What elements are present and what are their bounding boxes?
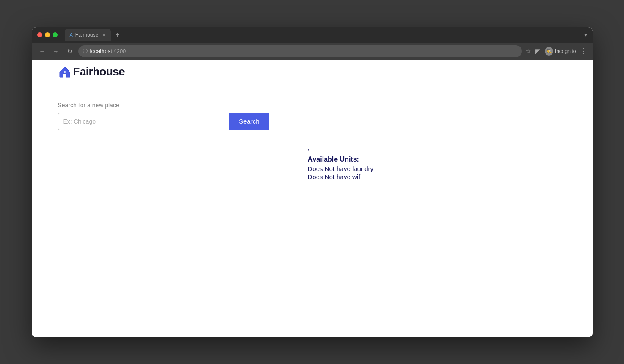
- incognito-label: Incognito: [555, 48, 576, 54]
- address-bar[interactable]: ⓘ localhost:4200: [78, 45, 522, 57]
- tab-bar: A Fairhouse × +: [65, 29, 581, 41]
- minimize-button[interactable]: [45, 32, 50, 37]
- search-label: Search for a new place: [58, 102, 567, 109]
- result-comma: ,: [308, 143, 567, 152]
- traffic-lights: [37, 32, 58, 37]
- window-controls: ▾: [584, 31, 587, 38]
- new-tab-button[interactable]: +: [113, 30, 123, 40]
- maximize-button[interactable]: [53, 32, 58, 37]
- browser-menu-icon[interactable]: ⋮: [580, 47, 587, 55]
- page-content: Fairhouse Search for a new place Search …: [32, 60, 593, 337]
- tab-close-icon[interactable]: ×: [103, 32, 105, 37]
- result-section: , Available Units: Does Not have laundry…: [308, 143, 567, 180]
- no-wifi-text: Does Not have wifi: [308, 173, 567, 180]
- back-button[interactable]: ←: [37, 46, 47, 56]
- bookmark-icon[interactable]: ☆: [525, 47, 531, 55]
- available-units-label: Available Units:: [308, 156, 567, 163]
- app-logo: Fairhouse: [58, 65, 125, 79]
- browser-titlebar: A Fairhouse × + ▾: [32, 27, 593, 43]
- main-content: Search for a new place Search , Availabl…: [32, 84, 593, 199]
- forward-button[interactable]: →: [51, 46, 61, 56]
- svg-rect-1: [64, 71, 66, 73]
- browser-navbar: ← → ↻ ⓘ localhost:4200 ☆ ◤ 🕵 Incognito ⋮: [32, 43, 593, 60]
- browser-window: A Fairhouse × + ▾ ← → ↻ ⓘ localhost:4200…: [32, 27, 593, 337]
- tab-layout-icon[interactable]: ◤: [535, 47, 540, 55]
- house-icon: [58, 65, 72, 79]
- search-button[interactable]: Search: [229, 113, 269, 130]
- navbar-right: ☆ ◤ 🕵 Incognito ⋮: [525, 47, 587, 56]
- search-row: Search: [58, 113, 269, 130]
- tab-title: Fairhouse: [75, 32, 98, 38]
- reload-button[interactable]: ↻: [65, 46, 75, 56]
- incognito-badge: 🕵 Incognito: [545, 47, 576, 56]
- address-text: localhost:4200: [90, 48, 126, 54]
- close-button[interactable]: [37, 32, 42, 37]
- incognito-avatar-icon: 🕵: [545, 47, 553, 56]
- no-laundry-text: Does Not have laundry: [308, 165, 567, 172]
- search-input[interactable]: [58, 113, 229, 130]
- app-header: Fairhouse: [32, 60, 593, 84]
- svg-rect-0: [63, 74, 66, 77]
- chevron-down-icon: ▾: [584, 31, 587, 38]
- active-tab[interactable]: A Fairhouse ×: [65, 29, 111, 41]
- lock-icon: ⓘ: [83, 48, 88, 54]
- app-name: Fairhouse: [73, 65, 125, 78]
- tab-favicon-icon: A: [70, 32, 73, 37]
